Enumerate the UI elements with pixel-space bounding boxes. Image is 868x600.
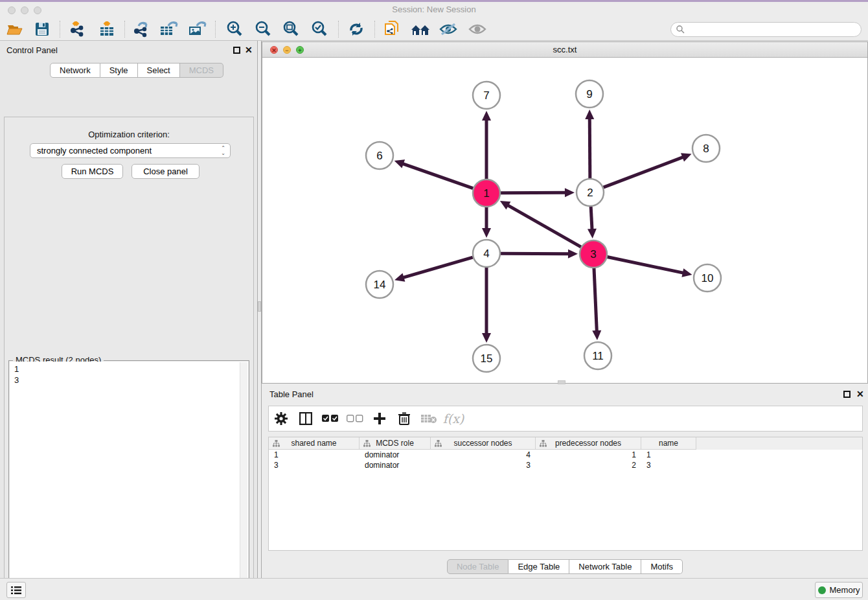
- graph-edge[interactable]: [501, 192, 566, 193]
- graph-edge[interactable]: [594, 268, 597, 332]
- column-header[interactable]: shared name: [269, 437, 360, 450]
- edge-arrowhead-icon: [394, 159, 405, 168]
- graph-node-label: 3: [590, 248, 596, 260]
- export-image-icon[interactable]: [187, 19, 209, 39]
- memory-button[interactable]: Memory: [815, 582, 863, 598]
- graph-node-label: 11: [592, 350, 604, 362]
- graph-node-label: 4: [483, 248, 489, 260]
- graph-edge[interactable]: [402, 163, 473, 188]
- float-panel-icon[interactable]: [233, 47, 240, 54]
- delete-table-icon: [417, 407, 441, 430]
- import-table-icon[interactable]: [96, 19, 118, 39]
- edge-arrowhead-icon: [394, 273, 405, 281]
- task-history-button[interactable]: [6, 582, 26, 598]
- tab-node-table[interactable]: Node Table: [447, 559, 509, 574]
- zoom-selected-icon[interactable]: [308, 19, 330, 39]
- column-type-icon: [435, 440, 442, 447]
- graph-edge[interactable]: [589, 118, 590, 178]
- import-network-icon[interactable]: [67, 19, 89, 39]
- table-row[interactable]: 3 dominator 3 2 3: [269, 460, 862, 470]
- refresh-layout-icon[interactable]: [345, 19, 367, 39]
- tab-edge-table[interactable]: Edge Table: [508, 559, 569, 574]
- table-tabs: Node Table Edge Table Network Table Moti…: [262, 559, 868, 574]
- graph-edge[interactable]: [507, 205, 581, 247]
- graph-node-label: 8: [703, 143, 709, 155]
- search-field[interactable]: [670, 22, 862, 37]
- optimization-criterion-label: Optimization criterion:: [5, 130, 253, 139]
- edge-arrowhead-icon: [565, 188, 575, 197]
- control-panel: Control Panel ✕ Network Style Select MCD…: [0, 41, 258, 578]
- zoom-out-icon[interactable]: [252, 19, 274, 39]
- column-layout-icon[interactable]: [293, 407, 318, 430]
- tab-style[interactable]: Style: [100, 63, 138, 78]
- column-header[interactable]: MCDS role: [360, 437, 431, 450]
- status-bar: Memory: [0, 578, 868, 600]
- table-header-row: shared name MCDS role successor nodes pr…: [269, 437, 862, 450]
- tab-select[interactable]: Select: [138, 63, 180, 78]
- add-column-icon[interactable]: [367, 407, 392, 430]
- column-type-icon: [540, 440, 547, 447]
- search-icon: [676, 25, 685, 34]
- criterion-value: strongly connected component: [37, 146, 152, 156]
- export-table-icon[interactable]: [158, 19, 180, 39]
- first-neighbors-icon[interactable]: [409, 19, 431, 39]
- column-header[interactable]: successor nodes: [431, 437, 536, 450]
- graph-node-label: 7: [483, 89, 489, 102]
- edge-arrowhead-icon: [592, 330, 601, 340]
- table-row[interactable]: 1 dominator 4 1 1: [269, 450, 862, 460]
- graph-node-label: 14: [374, 279, 386, 291]
- open-session-icon[interactable]: [4, 19, 26, 39]
- close-table-panel-icon[interactable]: ✕: [856, 389, 864, 399]
- function-builder-icon: f(x): [441, 407, 466, 430]
- graph-edge[interactable]: [403, 257, 473, 278]
- network-canvas[interactable]: 7968124314101511: [262, 58, 867, 383]
- graph-edge[interactable]: [501, 253, 569, 254]
- mcds-result-item: 1: [14, 363, 248, 375]
- titlebar: Session: New Session: [0, 2, 868, 17]
- search-input[interactable]: [688, 25, 861, 34]
- node-table[interactable]: shared name MCDS role successor nodes pr…: [268, 437, 863, 551]
- splitter-grip[interactable]: [258, 301, 261, 312]
- graph-edge[interactable]: [604, 157, 684, 187]
- zoom-fit-icon[interactable]: [280, 19, 302, 39]
- horizontal-splitter-grip[interactable]: [558, 380, 565, 384]
- close-panel-icon[interactable]: ✕: [245, 45, 253, 55]
- graph-edge[interactable]: [591, 207, 592, 230]
- column-header[interactable]: name: [641, 437, 696, 450]
- tab-network[interactable]: Network: [50, 63, 100, 78]
- tab-network-table[interactable]: Network Table: [569, 559, 641, 574]
- memory-label: Memory: [830, 585, 860, 595]
- network-window-titlebar[interactable]: ✕ − + scc.txt: [262, 42, 867, 58]
- close-panel-button[interactable]: Close panel: [131, 164, 200, 179]
- gear-icon[interactable]: [269, 407, 293, 430]
- column-header[interactable]: predecessor nodes: [536, 437, 641, 450]
- toolbar-separator: [60, 21, 60, 38]
- delete-column-icon[interactable]: [392, 407, 417, 430]
- zoom-in-icon[interactable]: [223, 19, 246, 39]
- chevron-up-down-icon: ⌃⌄: [221, 146, 225, 156]
- hide-selected-icon[interactable]: [437, 19, 459, 39]
- run-mcds-button[interactable]: Run MCDS: [62, 164, 123, 179]
- column-type-icon: [363, 440, 371, 447]
- select-all-checkboxes-icon[interactable]: [318, 407, 343, 430]
- mcds-result-list[interactable]: 1 3: [10, 362, 248, 600]
- list-icon: [11, 586, 21, 595]
- edge-arrowhead-icon: [482, 228, 491, 238]
- deselect-all-checkboxes-icon[interactable]: [343, 407, 367, 430]
- edge-arrowhead-icon: [568, 249, 578, 259]
- save-session-icon[interactable]: [31, 19, 53, 39]
- tab-motifs[interactable]: Motifs: [641, 559, 683, 574]
- edge-arrowhead-icon: [681, 268, 692, 277]
- toolbar-separator: [124, 21, 125, 38]
- edge-arrowhead-icon: [482, 111, 491, 121]
- export-network-icon[interactable]: [130, 19, 152, 39]
- graph-node-label: 6: [376, 150, 382, 162]
- result-scrollbar[interactable]: [240, 362, 247, 600]
- new-network-from-selection-icon[interactable]: [381, 19, 403, 39]
- mcds-result-item: 3: [14, 375, 248, 386]
- criterion-dropdown[interactable]: strongly connected component ⌃⌄: [30, 143, 231, 158]
- application-window: Session: New Session: [0, 0, 868, 600]
- float-table-panel-icon[interactable]: [843, 391, 851, 398]
- graph-edge[interactable]: [608, 257, 684, 273]
- tab-mcds[interactable]: MCDS: [180, 63, 223, 78]
